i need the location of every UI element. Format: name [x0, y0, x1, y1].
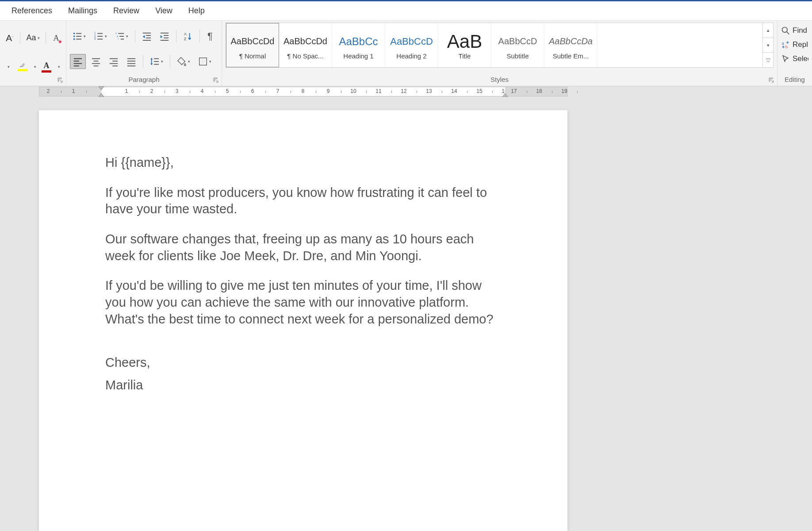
chevron-down-icon: ▾ — [188, 59, 190, 64]
clear-formatting-button[interactable]: A◆ — [50, 31, 62, 46]
menu-tab-bar: References Mailings Review View Help — [0, 1, 812, 21]
style-item-4[interactable]: AaBTitle — [438, 23, 491, 67]
tab-review[interactable]: Review — [105, 1, 147, 20]
ruler-number: 3 — [176, 88, 179, 94]
dialog-launcher-icon[interactable] — [213, 77, 219, 83]
svg-point-51 — [782, 27, 788, 33]
styles-gallery: AaBbCcDd¶ NormalAaBbCcDd¶ No Spac...AaBb… — [226, 23, 774, 68]
ruler-minor-tick — [467, 91, 467, 93]
tab-references[interactable]: References — [4, 1, 60, 20]
ruler-number: 19 — [561, 88, 567, 94]
ruler-minor-tick — [316, 91, 316, 93]
highlight-color-button[interactable] — [15, 59, 30, 74]
ruler-number: 14 — [451, 88, 457, 94]
first-line-indent-marker[interactable] — [99, 86, 104, 90]
ruler-minor-tick — [552, 91, 552, 93]
align-center-button[interactable] — [88, 54, 103, 69]
styles-more-button[interactable] — [763, 53, 773, 67]
sort-button[interactable]: AZ — [180, 29, 195, 44]
styles-scroll-down-button[interactable]: ▾ — [763, 38, 773, 53]
ruler-margin-right: 171819 — [505, 87, 567, 96]
style-preview: AaBbCc — [339, 31, 378, 52]
svg-text:i: i — [118, 38, 118, 40]
tab-help[interactable]: Help — [180, 1, 213, 20]
increase-indent-button[interactable] — [157, 29, 172, 44]
ribbon-group-editing: Find ab Replace Select Editing — [778, 21, 812, 86]
style-item-5[interactable]: AaBbCcDSubtitle — [491, 23, 544, 67]
align-left-button[interactable] — [70, 54, 86, 69]
svg-text:3: 3 — [94, 37, 96, 40]
styles-scroll-up-button[interactable]: ▴ — [763, 23, 773, 38]
dialog-launcher-icon[interactable] — [768, 77, 774, 83]
bullets-button[interactable]: ▾ — [70, 29, 88, 44]
document-page[interactable]: Hi {{name}}, If you're like most produce… — [39, 110, 567, 531]
decrease-indent-icon — [142, 31, 152, 41]
ruler-margin-left: 21 — [39, 87, 101, 96]
sort-icon: AZ — [183, 31, 193, 41]
replace-button[interactable]: ab Replace — [779, 38, 810, 52]
group-label-font — [0, 81, 66, 86]
font-color-button[interactable]: A — [39, 59, 54, 74]
justify-button[interactable] — [124, 54, 139, 69]
doc-paragraph-1[interactable]: If you're like most producers, you know … — [105, 185, 501, 218]
select-button[interactable]: Select — [779, 52, 810, 66]
style-preview: AaBbCcD — [498, 31, 537, 52]
shading-button[interactable]: ▾ — [174, 54, 193, 69]
chevron-down-icon[interactable]: ▾ — [34, 65, 36, 69]
style-item-6[interactable]: AaBbCcDaSubtle Em... — [544, 23, 598, 67]
tab-mailings[interactable]: Mailings — [60, 1, 105, 20]
multilevel-list-icon: 1ai — [115, 31, 125, 41]
numbering-button[interactable]: 123 ▾ — [91, 29, 110, 44]
ruler-minor-tick — [165, 91, 165, 93]
doc-paragraph-3[interactable]: If you'd be willing to give me just ten … — [105, 277, 501, 327]
ruler-number: 2 — [47, 88, 50, 94]
style-item-3[interactable]: AaBbCcDHeading 2 — [385, 23, 438, 67]
doc-paragraph-2[interactable]: Our software changes that, freeing up as… — [105, 231, 501, 264]
style-preview: AaBbCcDd — [231, 31, 275, 52]
document-body[interactable]: Hi {{name}}, If you're like most produce… — [105, 154, 501, 394]
svg-line-52 — [787, 32, 789, 35]
ruler-number: 8 — [302, 88, 305, 94]
ruler-container: 21 12345678910111213141516 171819 — [0, 86, 812, 97]
chevron-down-icon: ▾ — [209, 59, 211, 64]
style-label: Title — [459, 52, 471, 60]
style-item-1[interactable]: AaBbCcDd¶ No Spac... — [279, 23, 332, 67]
chevron-down-icon: ▾ — [105, 34, 107, 38]
align-right-icon — [109, 57, 119, 66]
chevron-down-icon: ▾ — [84, 34, 86, 38]
find-label: Find — [793, 26, 807, 35]
ruler-number: 1 — [125, 88, 128, 94]
chevron-down-icon: ▾ — [161, 59, 163, 64]
doc-signature[interactable]: Marilia — [105, 377, 501, 394]
highlight-color-swatch — [18, 69, 27, 71]
grow-font-glyph: A — [6, 33, 12, 43]
ruler-number: 6 — [251, 88, 254, 94]
borders-button[interactable]: ▾ — [195, 54, 214, 69]
chevron-down-icon[interactable]: ▾ — [58, 65, 60, 69]
multilevel-list-button[interactable]: 1ai ▾ — [112, 29, 131, 44]
tab-view[interactable]: View — [147, 1, 180, 20]
search-icon — [781, 26, 790, 35]
doc-closing[interactable]: Cheers, — [105, 354, 501, 371]
ruler-minor-tick — [417, 91, 417, 93]
style-item-2[interactable]: AaBbCcHeading 1 — [332, 23, 385, 67]
style-preview: AaBbCcDa — [549, 31, 593, 52]
right-indent-marker[interactable] — [502, 93, 508, 97]
chevron-down-icon[interactable]: ▾ — [5, 62, 12, 72]
style-item-0[interactable]: AaBbCcDd¶ Normal — [226, 23, 279, 67]
find-button[interactable]: Find — [779, 23, 810, 38]
horizontal-ruler[interactable]: 21 12345678910111213141516 171819 — [39, 87, 567, 96]
grow-font-button[interactable]: A ˇ — [4, 31, 16, 46]
show-hide-marks-button[interactable]: ¶ — [204, 29, 216, 44]
hanging-indent-marker[interactable] — [99, 93, 104, 97]
dialog-launcher-icon[interactable] — [57, 77, 63, 83]
style-label: ¶ Normal — [239, 52, 266, 60]
doc-greeting[interactable]: Hi {{name}}, — [105, 154, 501, 171]
align-right-button[interactable] — [106, 54, 121, 69]
line-spacing-button[interactable]: ▾ — [147, 54, 166, 69]
group-label-paragraph: Paragraph — [66, 74, 222, 86]
change-case-button[interactable]: Aa ▾ — [24, 31, 42, 46]
decrease-indent-button[interactable] — [139, 29, 154, 44]
separator — [176, 30, 176, 42]
ribbon-group-font: A ˇ Aa ▾ A◆ ▾ — [0, 21, 66, 86]
